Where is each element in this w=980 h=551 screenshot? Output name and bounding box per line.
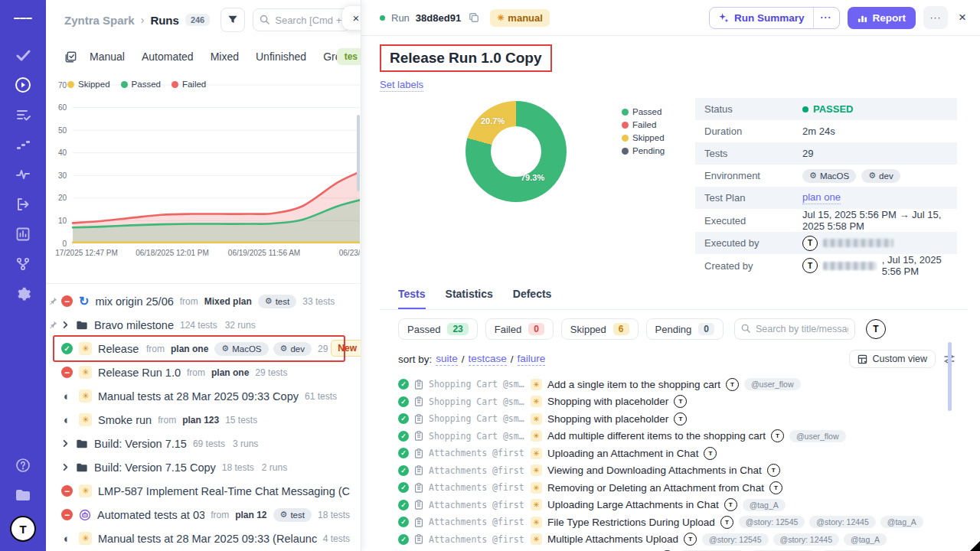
runs-tab-mixed[interactable]: Mixed	[211, 51, 239, 63]
milestones-steps-icon[interactable]	[14, 135, 32, 154]
projects-folder-icon[interactable]	[14, 486, 32, 504]
run-plan-link[interactable]: Mixed plan	[204, 296, 252, 307]
run-title[interactable]: Smoke run	[98, 414, 152, 426]
run-plan-link[interactable]: plan one	[171, 344, 208, 354]
chevron-right-icon[interactable]	[61, 321, 70, 329]
tab-tests[interactable]: Tests	[398, 288, 426, 309]
run-list-item[interactable]: − ✳ LMP-587 Implement Real-Time Chat Mes…	[46, 479, 361, 503]
run-plan-link[interactable]: plan 123	[182, 415, 219, 425]
runs-panel-close-button[interactable]: ×	[342, 6, 361, 30]
set-labels-link[interactable]: Set labels	[380, 79, 423, 92]
run-title[interactable]: Build: Version 7.15 Copy	[94, 461, 216, 474]
test-list-item[interactable]: ✓ Shopping Cart @sm… ✳ Add multiple diff…	[398, 428, 956, 445]
test-title[interactable]: Uploading Large Attachments in Chat	[547, 499, 719, 510]
test-plan-link[interactable]: plan one	[802, 191, 841, 204]
test-list-item[interactable]: ✓ Shopping Cart @sm… ✳ Shopping with pla…	[398, 410, 956, 428]
run-title[interactable]: Automated tests at 03 Jul 2025 13:25	[97, 509, 204, 521]
branch-icon[interactable]	[14, 255, 32, 273]
test-list-item[interactable]: ✓ Attachments @first ✳ Image Preview on …	[398, 548, 956, 551]
test-list-item[interactable]: ✓ Attachments @first ✳ Uploading an Atta…	[398, 445, 956, 462]
test-list-item[interactable]: ✓ Attachments @first ✳ Viewing and Downl…	[398, 462, 956, 480]
run-list-item[interactable]: Build: Version 7.15 69 tests3 runs	[46, 432, 361, 455]
test-suite-name[interactable]: Attachments @first	[429, 534, 525, 545]
test-list-item[interactable]: ✓ Attachments @first ✳ Uploading Large A…	[398, 497, 956, 514]
test-list-item[interactable]: ✓ Attachments @first ✳ Multiple Attachme…	[398, 531, 956, 549]
test-suite-name[interactable]: Shopping Cart @sm…	[429, 431, 525, 442]
run-list-item[interactable]: Bravo milestone 124 tests32 runs	[46, 313, 361, 337]
breadcrumb-section[interactable]: Runs	[150, 14, 179, 27]
test-suite-name[interactable]: Attachments @first	[429, 448, 525, 458]
more-actions-button[interactable]: ···	[923, 6, 948, 29]
test-title[interactable]: Shopping with placeholder	[547, 396, 668, 407]
settings-gear-icon[interactable]	[14, 285, 32, 303]
pulse-activity-icon[interactable]	[14, 165, 32, 184]
test-list-scrollbar[interactable]	[948, 342, 952, 411]
test-plans-icon[interactable]	[14, 106, 32, 124]
test-list-item[interactable]: ✓ Attachments @first ✳ File Type Restric…	[398, 514, 956, 531]
environment-badge[interactable]: ⚙dev	[861, 169, 900, 183]
filter-skipped-button[interactable]: Skipped6	[561, 318, 639, 340]
run-title[interactable]: Release Run 1.0 Copy	[98, 343, 140, 355]
run-list-item[interactable]: − ↻ mix origin 25/06 from Mixed plan ⚙te…	[46, 289, 361, 313]
runs-tab-unfinished[interactable]: Unfinished	[256, 51, 306, 63]
tests-check-icon[interactable]	[14, 46, 32, 64]
test-suite-name[interactable]: Shopping Cart @sm…	[429, 396, 525, 407]
run-summary-more-button[interactable]: ···	[813, 8, 839, 28]
tests-search-input[interactable]	[734, 318, 855, 340]
custom-view-button[interactable]: Custom view	[849, 350, 936, 368]
env-filter-badge[interactable]: tes	[337, 48, 361, 65]
testomat-logo[interactable]: T	[10, 516, 36, 542]
sort-by-failure[interactable]: failure	[518, 353, 546, 366]
test-title[interactable]: Shopping with placeholder	[547, 413, 668, 425]
run-list-item[interactable]: − Automated tests at 03 Jul 2025 13:25 f…	[46, 503, 361, 527]
run-plan-link[interactable]: plan 12	[235, 510, 266, 520]
runs-play-icon[interactable]	[14, 76, 32, 94]
report-button[interactable]: Report	[848, 7, 916, 29]
test-suite-name[interactable]: Attachments @first	[429, 482, 525, 493]
test-title[interactable]: Removing or Deleting an Attachment from …	[547, 482, 764, 494]
run-list-item[interactable]: ✓ ✳ Release Run 1.0 Copy from plan one ⚙…	[46, 337, 361, 360]
select-runs-icon[interactable]	[64, 51, 77, 64]
environment-badge[interactable]: ⚙MacOS	[802, 169, 856, 183]
help-icon[interactable]	[14, 456, 32, 474]
run-title[interactable]: Bravo milestone	[94, 319, 174, 331]
copy-icon[interactable]	[469, 12, 479, 23]
run-title[interactable]: LMP-587 Implement Real-Time Chat Messagi…	[98, 485, 350, 497]
left-panel-scrollbar[interactable]	[357, 115, 360, 191]
run-list-item[interactable]: ◐ ✳ Manual tests at 28 Mar 2025 09:33 Co…	[46, 384, 361, 408]
hamburger-menu-icon[interactable]	[14, 9, 32, 28]
environment-badge[interactable]: ⚙test	[273, 508, 312, 522]
tab-defects[interactable]: Defects	[513, 288, 552, 309]
detail-close-button[interactable]: ×	[956, 10, 969, 25]
assignee-avatar[interactable]: T	[866, 319, 886, 339]
run-list-item[interactable]: Build: Version 7.15 Copy 18 tests2 runs	[46, 455, 361, 479]
filter-passed-button[interactable]: Passed23	[398, 318, 478, 340]
analytics-icon[interactable]	[14, 225, 32, 243]
test-title[interactable]: File Type Restrictions During Upload	[547, 517, 715, 528]
test-list-item[interactable]: ✓ Attachments @first ✳ Removing or Delet…	[398, 479, 956, 497]
chevron-right-icon[interactable]	[61, 439, 70, 448]
chevron-right-icon[interactable]	[61, 463, 70, 471]
run-list-item[interactable]: − ✳ Release Run 1.0 from plan one 29 tes…	[46, 360, 361, 384]
run-list-item[interactable]: ◐ ✳ Smoke run from plan 123 15 tests	[46, 408, 361, 432]
run-list-item[interactable]: ◐ ✳ Manual tests at 28 Mar 2025 09:33 (R…	[46, 527, 361, 550]
test-title[interactable]: Add a single item to the shopping cart	[547, 379, 720, 390]
test-title[interactable]: Multiple Attachments Upload	[547, 533, 678, 545]
test-suite-name[interactable]: Shopping Cart @sm…	[429, 413, 525, 424]
test-title[interactable]: Uploading an Attachment in Chat	[547, 448, 698, 459]
test-suite-name[interactable]: Attachments @first	[429, 500, 525, 510]
run-title[interactable]: Manual tests at 28 Mar 2025 09:33 (Relau…	[98, 533, 317, 545]
sort-by-suite[interactable]: suite	[436, 353, 458, 366]
run-title[interactable]: Manual tests at 28 Mar 2025 09:33 Copy	[98, 390, 299, 403]
run-summary-button[interactable]: Run Summary ···	[709, 7, 840, 29]
test-list-item[interactable]: ✓ Shopping Cart @sm… ✳ Shopping with pla…	[398, 393, 956, 411]
test-title[interactable]: Viewing and Downloading Attachments in C…	[547, 465, 762, 476]
test-suite-name[interactable]: Attachments @first	[429, 465, 525, 476]
test-list-item[interactable]: ✓ Shopping Cart @sm… ✳ Add a single item…	[398, 376, 956, 393]
run-plan-link[interactable]: plan one	[211, 367, 249, 378]
test-suite-name[interactable]: Attachments @first	[429, 517, 525, 527]
environment-badge[interactable]: ⚙MacOS	[214, 342, 268, 356]
environment-badge[interactable]: ⚙test	[258, 295, 296, 308]
import-icon[interactable]	[14, 195, 32, 214]
breadcrumb-project[interactable]: Zyntra Spark	[64, 14, 135, 27]
